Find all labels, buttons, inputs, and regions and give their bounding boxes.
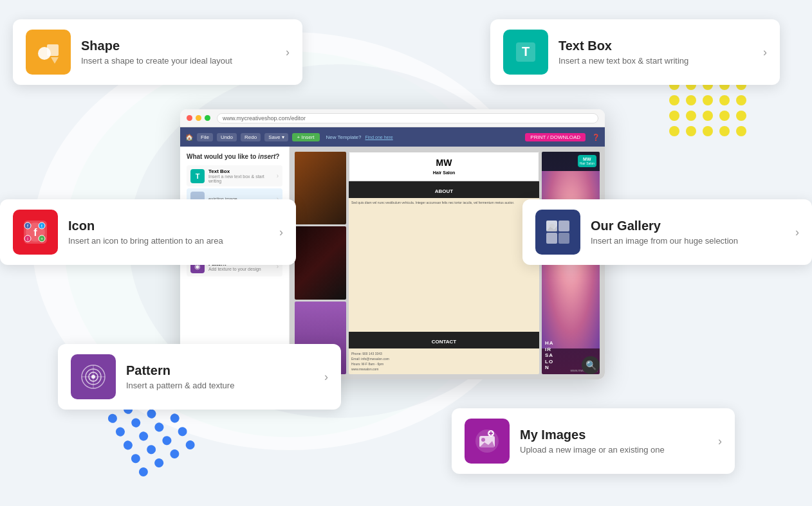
- pattern-icon: [71, 354, 116, 399]
- textbox-card-desc: Insert a new text box & start writing: [558, 56, 755, 66]
- editor-toolbar: 🏠 File Undo Redo Save ▾ + Insert New Tem…: [180, 127, 605, 147]
- textbox-icon: T: [503, 30, 548, 75]
- gallery-icon: [535, 210, 580, 255]
- about-block: ABOUT: [349, 181, 539, 198]
- pattern-card-desc: Insert a pattern & add texture: [126, 381, 317, 390]
- pattern-card-title: Pattern: [126, 363, 317, 378]
- toolbar-file-btn[interactable]: File: [197, 133, 213, 141]
- browser-window-controls: [187, 115, 210, 121]
- pattern-card[interactable]: Pattern Insert a pattern & add texture ›: [58, 344, 341, 410]
- hair-photo-2: [295, 226, 346, 299]
- url-bar[interactable]: www.mycreativeshop.com/editor: [217, 113, 598, 123]
- url-text: www.mycreativeshop.com/editor: [223, 115, 306, 122]
- mw-logo-block: MW Hair Salon: [349, 152, 539, 181]
- myimages-card-title: My Images: [520, 428, 710, 442]
- sidebar-textbox-label: Text Box Insert a new text box & start w…: [208, 168, 277, 183]
- gallery-card-text: Our Gallery Insert an image from our hug…: [591, 219, 788, 246]
- shape-card-desc: Insert a shape to create your ideal layo…: [81, 56, 278, 66]
- svg-text:T: T: [522, 44, 530, 59]
- shape-icon: [26, 30, 71, 75]
- toolbar-save-btn[interactable]: Save ▾: [264, 133, 288, 141]
- zoom-button[interactable]: 🔍: [582, 356, 600, 374]
- hair-photo-1: [295, 152, 346, 224]
- myimages-icon: [465, 419, 510, 464]
- canvas-middle-col: MW Hair Salon ABOUT Sed quis diam vel nu…: [349, 152, 539, 374]
- browser-minimize-dot: [196, 115, 201, 121]
- about-text: Sed quis diam vel nunc vestibulum vehicu…: [349, 198, 539, 332]
- svg-rect-17: [558, 221, 569, 231]
- toolbar-undo-btn[interactable]: Undo: [217, 133, 237, 141]
- svg-rect-19: [558, 233, 569, 244]
- browser-close-dot: [187, 115, 192, 121]
- textbox-card-title: Text Box: [558, 39, 755, 53]
- svg-marker-2: [51, 57, 59, 64]
- icon-card-desc: Insert an icon to bring attention to an …: [68, 236, 272, 246]
- myimages-card-desc: Upload a new image or an existing one: [520, 445, 710, 455]
- pattern-card-text: Pattern Insert a pattern & add texture: [126, 363, 317, 390]
- toolbar-print-btn[interactable]: PRINT / DOWNLOAD: [525, 133, 586, 141]
- svg-text:t: t: [41, 224, 42, 228]
- svg-rect-1: [47, 44, 59, 56]
- svg-text:f: f: [33, 227, 37, 238]
- shape-card-chevron: ›: [286, 46, 290, 59]
- myimages-card-text: My Images Upload a new image or an exist…: [520, 428, 710, 455]
- find-here-link[interactable]: Find one here: [365, 135, 393, 140]
- toolbar-redo-btn[interactable]: Redo: [241, 133, 261, 141]
- new-template-label: New Template?: [326, 134, 362, 140]
- icon-card-chevron: ›: [279, 226, 283, 239]
- shape-card[interactable]: Shape Insert a shape to create your idea…: [13, 19, 302, 85]
- myimages-card-chevron: ›: [718, 435, 722, 448]
- svg-text:+: +: [41, 237, 43, 241]
- shape-card-title: Shape: [81, 39, 278, 53]
- textbox-card[interactable]: T Text Box Insert a new text box & start…: [490, 19, 780, 85]
- icon-card-text: Icon Insert an icon to bring attention t…: [68, 219, 272, 246]
- textbox-card-chevron: ›: [763, 46, 767, 59]
- pattern-card-chevron: ›: [324, 370, 328, 384]
- icon-card-title: Icon: [68, 219, 272, 233]
- sidebar-textbox-item[interactable]: T Text Box Insert a new text box & start…: [187, 165, 282, 186]
- browser-maximize-dot: [205, 115, 210, 121]
- icon-card[interactable]: f f t i + Icon Insert an icon to bring a…: [0, 199, 296, 265]
- toolbar-home-icon: 🏠: [185, 134, 193, 141]
- svg-rect-18: [546, 233, 557, 244]
- svg-point-30: [481, 438, 485, 442]
- sidebar-textbox-icon: T: [190, 169, 205, 183]
- svg-text:f: f: [27, 224, 28, 228]
- shape-card-text: Shape Insert a shape to create your idea…: [81, 39, 278, 66]
- gallery-card-chevron: ›: [795, 226, 799, 239]
- contact-block: CONTACT: [349, 332, 539, 348]
- toolbar-insert-btn[interactable]: + Insert: [292, 133, 320, 141]
- sidebar-heading: What would you like to insert?: [187, 153, 282, 160]
- gallery-card-title: Our Gallery: [591, 219, 788, 233]
- mw-logo-right: MW Hair Salon: [578, 155, 596, 167]
- browser-address-bar: www.mycreativeshop.com/editor: [180, 109, 605, 127]
- toolbar-help-icon: ❓: [592, 134, 600, 141]
- gallery-card[interactable]: Our Gallery Insert an image from our hug…: [522, 199, 812, 265]
- textbox-card-text: Text Box Insert a new text box & start w…: [558, 39, 755, 66]
- hair-salon-vertical-text: HAIRSALON: [545, 340, 554, 371]
- myimages-card[interactable]: My Images Upload a new image or an exist…: [452, 408, 735, 474]
- icon-icon: f f t i +: [13, 210, 58, 255]
- contact-text: Phone: 900 143 3343 Email: info@mwsalon.…: [349, 348, 539, 374]
- gallery-card-desc: Insert an image from our huge selection: [591, 236, 788, 246]
- canvas-left-col: [295, 152, 346, 374]
